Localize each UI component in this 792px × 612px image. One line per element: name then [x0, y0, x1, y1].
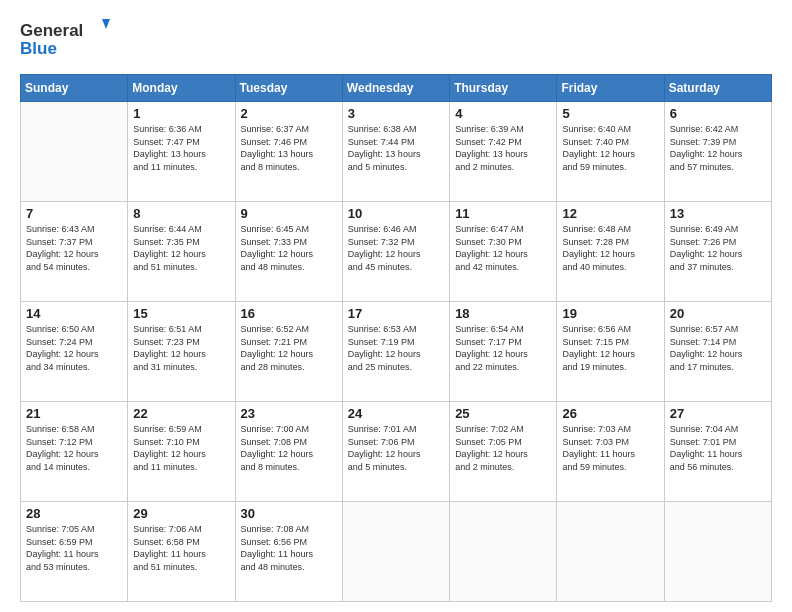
- day-number: 2: [241, 106, 337, 121]
- day-info: Sunrise: 6:58 AM Sunset: 7:12 PM Dayligh…: [26, 423, 122, 473]
- day-number: 15: [133, 306, 229, 321]
- calendar-cell-w1-d4: 3Sunrise: 6:38 AM Sunset: 7:44 PM Daylig…: [342, 102, 449, 202]
- day-number: 21: [26, 406, 122, 421]
- calendar-table: SundayMondayTuesdayWednesdayThursdayFrid…: [20, 74, 772, 602]
- day-info: Sunrise: 6:45 AM Sunset: 7:33 PM Dayligh…: [241, 223, 337, 273]
- calendar-cell-w4-d6: 26Sunrise: 7:03 AM Sunset: 7:03 PM Dayli…: [557, 402, 664, 502]
- day-info: Sunrise: 6:48 AM Sunset: 7:28 PM Dayligh…: [562, 223, 658, 273]
- calendar-cell-w4-d5: 25Sunrise: 7:02 AM Sunset: 7:05 PM Dayli…: [450, 402, 557, 502]
- day-number: 7: [26, 206, 122, 221]
- day-number: 4: [455, 106, 551, 121]
- day-info: Sunrise: 6:47 AM Sunset: 7:30 PM Dayligh…: [455, 223, 551, 273]
- svg-text:Blue: Blue: [20, 39, 57, 58]
- day-number: 20: [670, 306, 766, 321]
- day-number: 24: [348, 406, 444, 421]
- svg-text:General: General: [20, 21, 83, 40]
- day-number: 27: [670, 406, 766, 421]
- day-number: 11: [455, 206, 551, 221]
- day-number: 25: [455, 406, 551, 421]
- calendar-cell-w2-d7: 13Sunrise: 6:49 AM Sunset: 7:26 PM Dayli…: [664, 202, 771, 302]
- day-info: Sunrise: 6:46 AM Sunset: 7:32 PM Dayligh…: [348, 223, 444, 273]
- logo-svg: General Blue: [20, 16, 110, 64]
- header: General Blue General Blue General Blue: [20, 16, 772, 64]
- day-number: 19: [562, 306, 658, 321]
- day-number: 3: [348, 106, 444, 121]
- page: General Blue General Blue General Blue: [0, 0, 792, 612]
- day-info: Sunrise: 7:04 AM Sunset: 7:01 PM Dayligh…: [670, 423, 766, 473]
- calendar-cell-w4-d1: 21Sunrise: 6:58 AM Sunset: 7:12 PM Dayli…: [21, 402, 128, 502]
- day-info: Sunrise: 6:59 AM Sunset: 7:10 PM Dayligh…: [133, 423, 229, 473]
- calendar-cell-w5-d7: [664, 502, 771, 602]
- day-number: 23: [241, 406, 337, 421]
- day-number: 9: [241, 206, 337, 221]
- calendar-cell-w3-d7: 20Sunrise: 6:57 AM Sunset: 7:14 PM Dayli…: [664, 302, 771, 402]
- day-info: Sunrise: 7:01 AM Sunset: 7:06 PM Dayligh…: [348, 423, 444, 473]
- calendar-cell-w1-d5: 4Sunrise: 6:39 AM Sunset: 7:42 PM Daylig…: [450, 102, 557, 202]
- calendar-cell-w5-d5: [450, 502, 557, 602]
- day-info: Sunrise: 7:05 AM Sunset: 6:59 PM Dayligh…: [26, 523, 122, 573]
- calendar-cell-w5-d3: 30Sunrise: 7:08 AM Sunset: 6:56 PM Dayli…: [235, 502, 342, 602]
- day-info: Sunrise: 6:40 AM Sunset: 7:40 PM Dayligh…: [562, 123, 658, 173]
- header-wednesday: Wednesday: [342, 75, 449, 102]
- calendar-cell-w2-d5: 11Sunrise: 6:47 AM Sunset: 7:30 PM Dayli…: [450, 202, 557, 302]
- day-number: 28: [26, 506, 122, 521]
- calendar-cell-w3-d6: 19Sunrise: 6:56 AM Sunset: 7:15 PM Dayli…: [557, 302, 664, 402]
- header-friday: Friday: [557, 75, 664, 102]
- day-info: Sunrise: 6:36 AM Sunset: 7:47 PM Dayligh…: [133, 123, 229, 173]
- header-sunday: Sunday: [21, 75, 128, 102]
- calendar-cell-w3-d4: 17Sunrise: 6:53 AM Sunset: 7:19 PM Dayli…: [342, 302, 449, 402]
- calendar-cell-w1-d6: 5Sunrise: 6:40 AM Sunset: 7:40 PM Daylig…: [557, 102, 664, 202]
- day-number: 29: [133, 506, 229, 521]
- calendar-cell-w2-d6: 12Sunrise: 6:48 AM Sunset: 7:28 PM Dayli…: [557, 202, 664, 302]
- day-info: Sunrise: 6:52 AM Sunset: 7:21 PM Dayligh…: [241, 323, 337, 373]
- day-info: Sunrise: 7:06 AM Sunset: 6:58 PM Dayligh…: [133, 523, 229, 573]
- day-number: 10: [348, 206, 444, 221]
- week-row-3: 14Sunrise: 6:50 AM Sunset: 7:24 PM Dayli…: [21, 302, 772, 402]
- day-info: Sunrise: 6:39 AM Sunset: 7:42 PM Dayligh…: [455, 123, 551, 173]
- week-row-5: 28Sunrise: 7:05 AM Sunset: 6:59 PM Dayli…: [21, 502, 772, 602]
- header-monday: Monday: [128, 75, 235, 102]
- calendar-cell-w5-d1: 28Sunrise: 7:05 AM Sunset: 6:59 PM Dayli…: [21, 502, 128, 602]
- calendar-cell-w1-d3: 2Sunrise: 6:37 AM Sunset: 7:46 PM Daylig…: [235, 102, 342, 202]
- day-number: 13: [670, 206, 766, 221]
- calendar-cell-w2-d2: 8Sunrise: 6:44 AM Sunset: 7:35 PM Daylig…: [128, 202, 235, 302]
- day-number: 8: [133, 206, 229, 221]
- day-info: Sunrise: 6:49 AM Sunset: 7:26 PM Dayligh…: [670, 223, 766, 273]
- calendar-cell-w4-d4: 24Sunrise: 7:01 AM Sunset: 7:06 PM Dayli…: [342, 402, 449, 502]
- calendar-cell-w4-d3: 23Sunrise: 7:00 AM Sunset: 7:08 PM Dayli…: [235, 402, 342, 502]
- day-number: 12: [562, 206, 658, 221]
- calendar-cell-w5-d6: [557, 502, 664, 602]
- day-info: Sunrise: 7:03 AM Sunset: 7:03 PM Dayligh…: [562, 423, 658, 473]
- calendar-cell-w2-d3: 9Sunrise: 6:45 AM Sunset: 7:33 PM Daylig…: [235, 202, 342, 302]
- day-info: Sunrise: 6:38 AM Sunset: 7:44 PM Dayligh…: [348, 123, 444, 173]
- day-info: Sunrise: 6:50 AM Sunset: 7:24 PM Dayligh…: [26, 323, 122, 373]
- header-tuesday: Tuesday: [235, 75, 342, 102]
- calendar-cell-w3-d2: 15Sunrise: 6:51 AM Sunset: 7:23 PM Dayli…: [128, 302, 235, 402]
- day-info: Sunrise: 7:08 AM Sunset: 6:56 PM Dayligh…: [241, 523, 337, 573]
- header-saturday: Saturday: [664, 75, 771, 102]
- day-info: Sunrise: 6:37 AM Sunset: 7:46 PM Dayligh…: [241, 123, 337, 173]
- day-number: 16: [241, 306, 337, 321]
- day-number: 26: [562, 406, 658, 421]
- calendar-cell-w4-d2: 22Sunrise: 6:59 AM Sunset: 7:10 PM Dayli…: [128, 402, 235, 502]
- day-number: 17: [348, 306, 444, 321]
- day-info: Sunrise: 6:54 AM Sunset: 7:17 PM Dayligh…: [455, 323, 551, 373]
- day-number: 30: [241, 506, 337, 521]
- day-info: Sunrise: 6:44 AM Sunset: 7:35 PM Dayligh…: [133, 223, 229, 273]
- day-info: Sunrise: 6:56 AM Sunset: 7:15 PM Dayligh…: [562, 323, 658, 373]
- week-row-4: 21Sunrise: 6:58 AM Sunset: 7:12 PM Dayli…: [21, 402, 772, 502]
- calendar-cell-w4-d7: 27Sunrise: 7:04 AM Sunset: 7:01 PM Dayli…: [664, 402, 771, 502]
- day-info: Sunrise: 6:53 AM Sunset: 7:19 PM Dayligh…: [348, 323, 444, 373]
- svg-marker-2: [102, 19, 110, 29]
- calendar-cell-w1-d7: 6Sunrise: 6:42 AM Sunset: 7:39 PM Daylig…: [664, 102, 771, 202]
- day-number: 1: [133, 106, 229, 121]
- day-info: Sunrise: 6:51 AM Sunset: 7:23 PM Dayligh…: [133, 323, 229, 373]
- day-number: 14: [26, 306, 122, 321]
- calendar-cell-w3-d3: 16Sunrise: 6:52 AM Sunset: 7:21 PM Dayli…: [235, 302, 342, 402]
- day-info: Sunrise: 6:57 AM Sunset: 7:14 PM Dayligh…: [670, 323, 766, 373]
- calendar-header-row: SundayMondayTuesdayWednesdayThursdayFrid…: [21, 75, 772, 102]
- logo-container: General Blue: [20, 16, 110, 64]
- calendar-cell-w3-d1: 14Sunrise: 6:50 AM Sunset: 7:24 PM Dayli…: [21, 302, 128, 402]
- calendar-cell-w5-d4: [342, 502, 449, 602]
- week-row-1: 1Sunrise: 6:36 AM Sunset: 7:47 PM Daylig…: [21, 102, 772, 202]
